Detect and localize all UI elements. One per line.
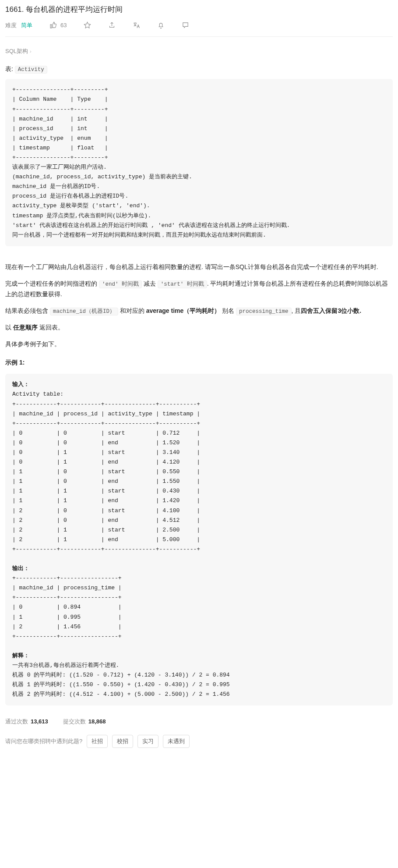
sql-schema-link[interactable]: SQL架构 ›	[5, 46, 32, 56]
submissions-stat: 提交次数18,868	[63, 717, 106, 726]
like-button[interactable]: 63	[49, 21, 67, 30]
table-intro: 表: Activity	[5, 64, 393, 74]
problem-title: 1661. 每台机器的进程平均运行时间	[5, 0, 393, 21]
example-heading: 示例 1:	[5, 358, 393, 368]
difficulty-label: 难度	[5, 21, 17, 30]
stats-bar: 通过次数13,613 提交次数18,868	[5, 717, 393, 726]
example-block: 输入： Activity table: +------------+------…	[5, 374, 393, 705]
paragraph-3: 结果表必须包含 machine_id（机器ID） 和对应的 average ti…	[5, 306, 393, 316]
sql-schema-label: SQL架构	[5, 46, 28, 56]
likes-count: 63	[60, 21, 67, 30]
problem-description: 表: Activity +----------------+---------+…	[5, 64, 393, 705]
paragraph-5: 具体参考例子如下。	[5, 339, 393, 350]
share-button[interactable]	[108, 21, 116, 29]
accepted-stat: 通过次数13,613	[5, 717, 48, 726]
survey-option[interactable]: 未遇到	[163, 735, 190, 748]
difficulty: 难度 简单	[5, 21, 32, 30]
table-name-code: Activity	[15, 66, 47, 74]
favorite-button[interactable]	[83, 21, 91, 29]
survey-row: 请问您在哪类招聘中遇到此题? 社招 校招 实习 未遇到	[5, 735, 393, 748]
translate-button[interactable]	[132, 21, 140, 29]
notification-button[interactable]	[157, 21, 165, 29]
survey-option[interactable]: 校招	[112, 735, 133, 748]
schema-block: +----------------+---------+ | Column Na…	[5, 79, 393, 246]
paragraph-1: 现在有一个工厂网站由几台机器运行，每台机器上运行着相同数量的进程. 请写出一条S…	[5, 262, 393, 273]
chevron-right-icon: ›	[30, 47, 32, 56]
survey-option[interactable]: 实习	[137, 735, 158, 748]
survey-question: 请问您在哪类招聘中遇到此题?	[5, 737, 82, 746]
meta-bar: 难度 简单 63	[5, 21, 393, 37]
difficulty-value: 简单	[21, 21, 32, 30]
paragraph-4: 以 任意顺序 返回表。	[5, 322, 393, 333]
feedback-button[interactable]	[181, 21, 189, 29]
survey-option[interactable]: 社招	[87, 735, 108, 748]
thumbs-up-icon	[49, 21, 57, 29]
paragraph-2: 完成一个进程任务的时间指进程的 'end' 时间戳 减去 'start' 时间戳…	[5, 279, 393, 300]
